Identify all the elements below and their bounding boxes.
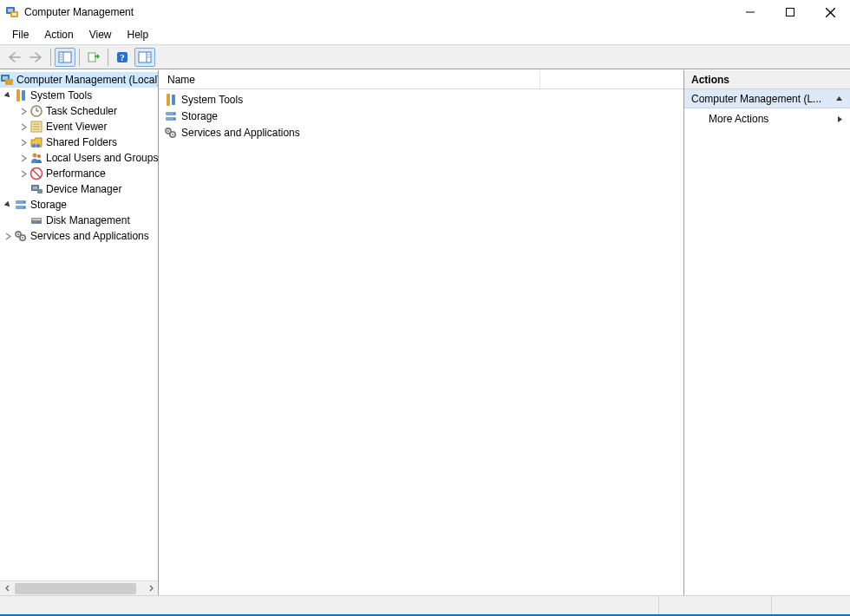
submenu-arrow-icon bbox=[837, 115, 843, 123]
system-tools-icon bbox=[14, 88, 28, 102]
svg-point-57 bbox=[173, 113, 175, 115]
svg-point-32 bbox=[32, 144, 36, 148]
scrollbar-thumb[interactable] bbox=[15, 583, 136, 594]
users-icon bbox=[29, 151, 43, 165]
tree-label: Computer Management (Local) bbox=[16, 74, 158, 86]
tree-item-local-users[interactable]: Local Users and Groups bbox=[0, 150, 158, 166]
list-item-system-tools[interactable]: System Tools bbox=[162, 91, 680, 108]
tree-item-system-tools[interactable]: System Tools bbox=[0, 88, 158, 103]
tree-label: Storage bbox=[30, 199, 67, 211]
collapse-icon[interactable] bbox=[3, 200, 13, 210]
app-icon bbox=[5, 5, 19, 19]
performance-icon bbox=[29, 167, 43, 180]
minimize-button[interactable] bbox=[730, 0, 770, 24]
tree-label: Event Viewer bbox=[46, 121, 107, 133]
svg-rect-24 bbox=[22, 90, 25, 101]
tree-item-disk-management[interactable]: Disk Management bbox=[0, 213, 158, 228]
tree-label: Performance bbox=[46, 167, 106, 180]
scroll-right-button[interactable] bbox=[143, 581, 158, 596]
device-manager-icon bbox=[29, 182, 43, 196]
forward-button[interactable] bbox=[26, 48, 47, 67]
svg-rect-22 bbox=[5, 79, 13, 85]
show-hide-action-pane-button[interactable] bbox=[134, 48, 155, 67]
storage-icon bbox=[164, 109, 178, 123]
tree-item-task-scheduler[interactable]: Task Scheduler bbox=[0, 103, 158, 119]
collapse-triangle-icon bbox=[835, 95, 843, 102]
services-icon bbox=[14, 229, 28, 243]
svg-rect-47 bbox=[32, 221, 36, 223]
statusbar bbox=[0, 595, 850, 614]
list-panel: Name System Tools Storage bbox=[159, 70, 684, 595]
toolbar-separator bbox=[50, 49, 51, 66]
horizontal-scrollbar[interactable] bbox=[0, 580, 158, 595]
svg-point-62 bbox=[172, 134, 173, 135]
list-item-services-apps[interactable]: Services and Applications bbox=[162, 124, 680, 141]
scrollbar-track[interactable] bbox=[15, 581, 143, 596]
computer-management-icon bbox=[0, 73, 14, 87]
expand-icon[interactable] bbox=[18, 106, 29, 116]
services-icon bbox=[164, 126, 178, 140]
storage-icon bbox=[14, 198, 28, 212]
svg-point-33 bbox=[36, 144, 41, 148]
expand-icon[interactable] bbox=[3, 231, 13, 241]
actions-section[interactable]: Computer Management (L... bbox=[684, 89, 850, 108]
svg-rect-5 bbox=[787, 9, 794, 16]
content-area: Computer Management (Local) System Tools bbox=[0, 69, 850, 595]
maximize-button[interactable] bbox=[770, 0, 810, 24]
expand-icon[interactable] bbox=[18, 168, 29, 179]
toolbar-separator bbox=[108, 49, 108, 66]
tree-label: Disk Management bbox=[46, 214, 130, 226]
svg-point-58 bbox=[173, 118, 175, 120]
list-item-label: Storage bbox=[181, 110, 218, 122]
statusbar-cell bbox=[0, 596, 659, 614]
svg-rect-48 bbox=[36, 221, 41, 223]
svg-text:?: ? bbox=[120, 52, 125, 62]
expand-icon[interactable] bbox=[18, 121, 29, 132]
svg-rect-23 bbox=[16, 89, 20, 102]
svg-point-44 bbox=[23, 206, 25, 208]
menu-action[interactable]: Action bbox=[37, 26, 80, 43]
expander-spacer bbox=[18, 215, 29, 226]
tree-item-event-viewer[interactable]: Event Viewer bbox=[0, 119, 158, 134]
svg-point-51 bbox=[17, 233, 19, 235]
tree-item-shared-folders[interactable]: Shared Folders bbox=[0, 134, 158, 150]
column-header-name[interactable]: Name bbox=[159, 70, 540, 88]
tree-item-services-apps[interactable]: Services and Applications bbox=[0, 228, 158, 244]
toolbar-separator bbox=[79, 49, 80, 66]
clock-icon bbox=[29, 104, 43, 118]
show-hide-tree-button[interactable] bbox=[55, 48, 75, 67]
statusbar-cell bbox=[772, 596, 850, 614]
svg-rect-40 bbox=[37, 189, 42, 193]
export-list-button[interactable] bbox=[83, 48, 104, 67]
svg-rect-13 bbox=[88, 53, 95, 62]
list-item-storage[interactable]: Storage bbox=[162, 108, 680, 124]
tree-item-root[interactable]: Computer Management (Local) bbox=[0, 72, 158, 88]
expand-icon[interactable] bbox=[18, 153, 29, 163]
actions-header: Actions bbox=[684, 70, 850, 89]
tree-item-device-manager[interactable]: Device Manager bbox=[0, 181, 158, 197]
actions-more[interactable]: More Actions bbox=[684, 108, 850, 129]
tree-label: Shared Folders bbox=[46, 136, 117, 148]
svg-rect-53 bbox=[167, 94, 170, 106]
svg-rect-39 bbox=[33, 187, 38, 190]
help-button[interactable]: ? bbox=[112, 48, 133, 67]
expand-icon[interactable] bbox=[18, 137, 29, 147]
tree-item-storage[interactable]: Storage bbox=[0, 197, 158, 213]
tree-label: Services and Applications bbox=[30, 230, 149, 242]
list-item-label: System Tools bbox=[181, 94, 243, 106]
actions-panel: Actions Computer Management (L... More A… bbox=[684, 70, 850, 595]
menu-view[interactable]: View bbox=[82, 26, 119, 43]
menu-file[interactable]: File bbox=[5, 26, 36, 43]
tree-panel: Computer Management (Local) System Tools bbox=[0, 70, 159, 595]
scroll-left-button[interactable] bbox=[0, 581, 15, 596]
menu-help[interactable]: Help bbox=[121, 26, 156, 43]
window: Computer Management File Action View Hel… bbox=[0, 0, 850, 616]
svg-rect-3 bbox=[12, 13, 16, 16]
tree-item-performance[interactable]: Performance bbox=[0, 166, 158, 181]
menubar: File Action View Help bbox=[0, 24, 850, 45]
toolbar: ? bbox=[0, 45, 850, 69]
close-button[interactable] bbox=[810, 0, 850, 24]
back-button[interactable] bbox=[3, 48, 24, 67]
collapse-icon[interactable] bbox=[3, 90, 13, 101]
svg-rect-54 bbox=[172, 95, 175, 105]
